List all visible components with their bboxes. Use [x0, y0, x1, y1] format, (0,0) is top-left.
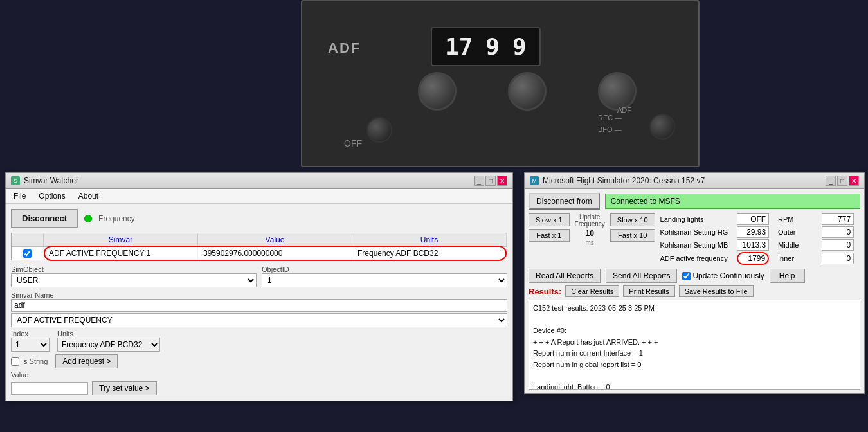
update-continuously-group: Update Continuously — [682, 269, 764, 283]
print-results-button[interactable]: Print Results — [623, 285, 674, 297]
simobject-label: SimObject — [11, 266, 257, 273]
rpm-label: RPM — [778, 215, 805, 223]
update-continuously-label: Update Continuously — [692, 271, 764, 280]
objectid-select[interactable]: 1 — [262, 273, 507, 287]
simobject-select[interactable]: USER — [11, 273, 257, 287]
results-box[interactable]: C152 test results: 2023-05-25 3:25 PM De… — [529, 300, 860, 390]
try-set-button[interactable]: Try set value > — [92, 381, 157, 395]
middle-value[interactable] — [822, 239, 854, 251]
outer-value[interactable] — [822, 226, 854, 238]
msfs-maximize-btn[interactable]: □ — [837, 176, 847, 186]
kohlsman-mb-label: Kohlsman Setting MB — [660, 241, 735, 249]
units-group: Units Frequency ADF BCD32 — [57, 330, 160, 352]
msfs-icon: M — [530, 176, 539, 185]
row-checkbox-cell — [12, 247, 44, 260]
simvar-minimize-btn[interactable]: _ — [474, 176, 484, 186]
left-speed-buttons: Slow x 1 Fast x 1 — [529, 213, 570, 265]
simvar-menubar: File Options About — [6, 189, 512, 204]
table-header: Simvar Value Units — [12, 233, 507, 247]
freq-ms-value: 10 — [575, 229, 605, 238]
simvar-dropdown[interactable]: ADF ACTIVE FREQUENCY — [11, 313, 507, 327]
adf-knob-off[interactable] — [366, 117, 392, 143]
row-simvar: ADF ACTIVE FREQUENCY:1 — [44, 247, 198, 260]
table-row: ADF ACTIVE FREQUENCY:1 395902976.0000000… — [12, 247, 507, 260]
simvar-win-controls: _ □ ✕ — [474, 176, 507, 186]
msfs-title-text: Microsoft Flight Simulator 2020: Cessna … — [543, 176, 705, 185]
menu-options[interactable]: Options — [33, 190, 70, 202]
kohlsman-mb-value[interactable] — [737, 239, 769, 251]
simvar-name-group: Simvar Name ADF ACTIVE FREQUENCY — [11, 291, 507, 327]
index-select[interactable]: 1 — [11, 338, 50, 352]
right-speed-buttons: Slow x 10 Fast x 10 — [610, 213, 655, 265]
msfs-controls-row: Slow x 1 Fast x 1 UpdateFrequency 10 ms … — [529, 213, 860, 265]
value-input[interactable] — [11, 382, 88, 395]
objectid-label: ObjectID — [262, 266, 507, 273]
msfs-content: Disconnect from Connected to MSFS Slow x… — [525, 189, 864, 393]
bfo-label: BFO — — [598, 125, 622, 133]
adf-display: 17 9 9 — [431, 27, 541, 66]
simvar-top-row: Disconnect Frequency — [11, 209, 507, 228]
msfs-title-left: M Microsoft Flight Simulator 2020: Cessn… — [530, 176, 705, 185]
is-string-checkbox[interactable] — [11, 357, 19, 366]
th-units: Units — [352, 233, 507, 246]
adf-freq-label: ADF active frequency — [660, 255, 735, 262]
disconnect-button[interactable]: Disconnect — [11, 209, 78, 228]
th-value: Value — [198, 233, 352, 246]
slow-x10-button[interactable]: Slow x 10 — [610, 213, 655, 226]
simvar-content: Disconnect Frequency Simvar Value Units … — [6, 204, 512, 401]
result-line-3: + + + A Report has just ARRIVED. + + + — [533, 337, 856, 348]
simvar-maximize-btn[interactable]: □ — [485, 176, 496, 186]
msfs-close-btn[interactable]: ✕ — [849, 176, 859, 186]
adf-sub-label: ADF — [617, 106, 631, 114]
read-all-button[interactable]: Read All Reports — [529, 269, 601, 283]
fast-x1-button[interactable]: Fast x 1 — [529, 229, 570, 242]
fast-x10-button[interactable]: Fast x 10 — [610, 229, 655, 242]
add-request-button[interactable]: Add request > — [55, 354, 118, 368]
msfs-win-controls: _ □ ✕ — [826, 176, 859, 186]
is-string-row: Is String Add request > — [11, 354, 507, 368]
adf-knob-3[interactable] — [598, 72, 637, 111]
simvar-close-btn[interactable]: ✕ — [497, 176, 507, 186]
result-line-4: Report num in current Interface = 1 — [533, 348, 856, 359]
disconnect-from-button[interactable]: Disconnect from — [529, 193, 600, 210]
inner-label: Inner — [778, 255, 805, 262]
objectid-group: ObjectID 1 — [262, 266, 507, 287]
simobject-group: SimObject USER — [11, 266, 257, 287]
rec-label: REC — — [598, 114, 622, 122]
update-frequency-area: UpdateFrequency 10 ms — [575, 213, 605, 265]
landing-lights-label: Landing lights — [660, 215, 735, 223]
kohlsman-hg-value[interactable] — [737, 226, 769, 238]
adf-panel: ADF 17 9 9 OFF REC — BFO — ADF — [301, 0, 700, 167]
units-select[interactable]: Frequency ADF BCD32 — [57, 338, 160, 352]
msfs-top-bar: Disconnect from Connected to MSFS — [529, 193, 860, 210]
landing-lights-value[interactable] — [737, 213, 769, 225]
inner-value[interactable] — [822, 253, 854, 264]
adf-freq-value[interactable] — [737, 252, 769, 265]
adf-knob-1[interactable] — [418, 72, 457, 111]
clear-results-button[interactable]: Clear Results — [565, 285, 619, 297]
adf-panel-label: ADF — [328, 40, 361, 57]
result-line-2: Device #0: — [533, 325, 856, 337]
update-continuously-checkbox[interactable] — [682, 272, 691, 280]
adf-knob-bfo[interactable] — [649, 114, 675, 140]
params-grid: Landing lights RPM Kohlsman Setting HG O… — [660, 213, 860, 265]
result-line-7: LandingLight_Button = 0 — [533, 382, 856, 390]
row-checkbox[interactable] — [23, 249, 32, 258]
save-results-button[interactable]: Save Results to File — [679, 285, 754, 297]
status-dot — [84, 215, 92, 222]
result-line-0: C152 test results: 2023-05-25 3:25 PM — [533, 303, 856, 314]
menu-about[interactable]: About — [73, 190, 104, 202]
send-all-button[interactable]: Send All Reports — [606, 269, 677, 283]
simvar-title-left: S Simvar Watcher — [11, 176, 78, 185]
slow-x1-button[interactable]: Slow x 1 — [529, 213, 570, 226]
adf-knob-2[interactable] — [508, 72, 547, 111]
rpm-value[interactable] — [822, 213, 854, 225]
help-button[interactable]: Help — [770, 269, 805, 283]
msfs-window: M Microsoft Flight Simulator 2020: Cessn… — [524, 172, 865, 394]
off-label: OFF — [344, 138, 362, 148]
adf-digit-3: 9 — [512, 33, 527, 60]
value-row: Value — [11, 371, 507, 379]
msfs-minimize-btn[interactable]: _ — [826, 176, 836, 186]
simvar-name-input[interactable] — [11, 299, 507, 312]
menu-file[interactable]: File — [8, 190, 31, 202]
